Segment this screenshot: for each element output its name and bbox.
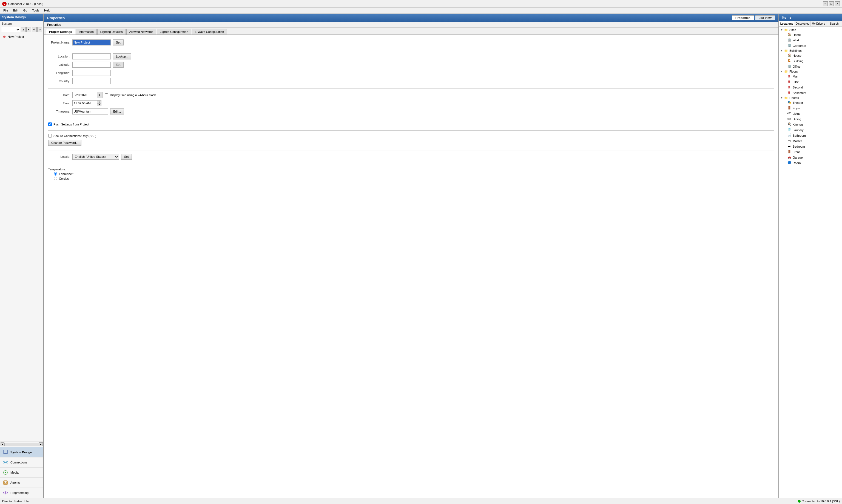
tree-room-front[interactable]: 🚪 Front bbox=[780, 149, 841, 155]
tab-project-settings[interactable]: Project Settings bbox=[46, 29, 75, 35]
latitude-set-button[interactable]: Set bbox=[113, 61, 124, 68]
tree-floor-second[interactable]: ▦ Second bbox=[780, 85, 841, 90]
tree-rooms-group[interactable]: ▼ 📁 Rooms bbox=[780, 95, 841, 100]
left-panel: System Design System ▲ ▼ ↺ ▽ ⊕ New Proje… bbox=[0, 14, 44, 498]
scroll-right-button[interactable]: ► bbox=[39, 443, 43, 446]
location-input[interactable] bbox=[72, 53, 111, 59]
tab-lighting-defaults[interactable]: Lighting Defaults bbox=[97, 29, 126, 35]
secure-connections-checkbox[interactable] bbox=[48, 134, 52, 138]
menu-help[interactable]: Help bbox=[42, 8, 53, 13]
close-button[interactable]: ✕ bbox=[835, 1, 840, 6]
project-name-section: Project Name: Set bbox=[48, 39, 774, 46]
tree-floors-group[interactable]: ▼ 📁 Floors bbox=[780, 69, 841, 74]
tab-allowed-networks[interactable]: Allowed Networks bbox=[126, 29, 156, 35]
time-input[interactable] bbox=[72, 100, 97, 106]
locale-set-button[interactable]: Set bbox=[121, 154, 132, 160]
tree-room-dining[interactable]: 🍽 Dining bbox=[780, 116, 841, 122]
project-name-input[interactable] bbox=[72, 39, 111, 46]
scroll-left-button[interactable]: ◄ bbox=[1, 443, 4, 446]
nav-system-design[interactable]: System Design bbox=[0, 447, 43, 457]
time-down-button[interactable]: ▼ bbox=[97, 103, 101, 106]
right-tab-my-drivers[interactable]: My Drivers bbox=[811, 21, 827, 26]
country-input[interactable] bbox=[72, 78, 111, 84]
tree-room-master[interactable]: 🛏 Master bbox=[780, 138, 841, 144]
tab-zigbee-config[interactable]: ZigBee Configuration bbox=[157, 29, 191, 35]
tree-room-bathroom[interactable]: 🛁 Bathroom bbox=[780, 133, 841, 138]
nav-agents[interactable]: Agents bbox=[0, 478, 43, 488]
tree-building-office[interactable]: 🏢 Office bbox=[780, 64, 841, 69]
tree-floor-main[interactable]: ▦ Main bbox=[780, 74, 841, 79]
menu-go[interactable]: Go bbox=[21, 8, 30, 13]
tree-room-theater[interactable]: 🎭 Theater bbox=[780, 100, 841, 106]
right-tab-locations[interactable]: Locations bbox=[779, 21, 795, 26]
tree-floor-first[interactable]: ▦ First bbox=[780, 79, 841, 85]
nav-programming[interactable]: Programming bbox=[0, 488, 43, 498]
building-icon: 🏗 bbox=[787, 59, 792, 63]
minimize-button[interactable]: − bbox=[823, 1, 828, 6]
tab-zwave-config[interactable]: Z-Wave Configuration bbox=[192, 29, 227, 35]
corporate-label: Corporate bbox=[793, 44, 806, 48]
push-settings-section: Push Settings from Project bbox=[48, 123, 774, 126]
timezone-edit-button[interactable]: Edit... bbox=[110, 108, 124, 114]
locale-select[interactable]: English (United States) English (United … bbox=[72, 154, 119, 160]
tree-room-garage[interactable]: 🚗 Garage bbox=[780, 155, 841, 160]
time-up-button[interactable]: ▲ bbox=[97, 100, 101, 103]
tree-floor-basement[interactable]: ▦ Basement bbox=[780, 90, 841, 95]
laundry-expand-icon bbox=[783, 128, 787, 132]
tree-room-kitchen[interactable]: 🍳 Kitchen bbox=[780, 122, 841, 127]
second-floor-icon: ▦ bbox=[787, 85, 792, 90]
display-24hr-checkbox[interactable] bbox=[105, 93, 108, 97]
horizontal-scrollbar[interactable] bbox=[4, 443, 39, 446]
work-icon: 🏢 bbox=[787, 38, 792, 42]
tree-room-room[interactable]: 🔵 Room bbox=[780, 160, 841, 166]
ssl-section: Secure Connections Only (SSL) Change Pas… bbox=[48, 134, 774, 146]
down-button[interactable]: ▼ bbox=[26, 27, 31, 32]
tree-sites-group[interactable]: ▼ 📁 Sites bbox=[780, 28, 841, 32]
tree-room-living[interactable]: 🛋 Living bbox=[780, 111, 841, 116]
filter-button[interactable]: ▽ bbox=[37, 27, 42, 32]
menu-bar: File Edit Go Tools Help bbox=[0, 8, 842, 14]
celsius-radio[interactable] bbox=[54, 177, 57, 180]
change-password-button[interactable]: Change Password... bbox=[48, 140, 82, 146]
tree-site-corporate[interactable]: 🏢 Corporate bbox=[780, 43, 841, 49]
tree-room-bedroom[interactable]: 🛏 Bedroom bbox=[780, 144, 841, 149]
tree-building-house[interactable]: 🏠 House bbox=[780, 53, 841, 58]
nav-connections[interactable]: Connections bbox=[0, 457, 43, 468]
latitude-input[interactable] bbox=[72, 61, 111, 68]
tree-building-building[interactable]: 🏗 Building bbox=[780, 58, 841, 64]
up-button[interactable]: ▲ bbox=[21, 27, 26, 32]
room-icon: 🔵 bbox=[787, 161, 792, 165]
push-settings-checkbox[interactable] bbox=[48, 123, 52, 126]
living-label: Living bbox=[793, 112, 801, 115]
maximize-button[interactable]: □ bbox=[829, 1, 834, 6]
menu-file[interactable]: File bbox=[1, 8, 11, 13]
menu-tools[interactable]: Tools bbox=[30, 8, 41, 13]
date-input[interactable] bbox=[72, 92, 97, 98]
tree-site-home[interactable]: 🏠 Home bbox=[780, 32, 841, 37]
right-tab-search[interactable]: Search bbox=[826, 21, 842, 26]
longitude-input[interactable] bbox=[72, 70, 111, 76]
tree-buildings-group[interactable]: ▼ 📁 Buildings bbox=[780, 49, 841, 53]
system-dropdown[interactable] bbox=[1, 27, 20, 32]
lookup-button[interactable]: Lookup... bbox=[113, 53, 131, 59]
floors-folder-icon: 📁 bbox=[784, 70, 789, 73]
tab-information[interactable]: Information bbox=[76, 29, 97, 35]
time-row: Time: ▲ ▼ bbox=[48, 100, 774, 106]
header-tab-list-view[interactable]: List View bbox=[755, 15, 775, 20]
corporate-icon: 🏢 bbox=[787, 43, 792, 48]
refresh-button[interactable]: ↺ bbox=[32, 27, 37, 32]
fahrenheit-radio[interactable] bbox=[54, 172, 57, 176]
date-picker-button[interactable]: ▼ bbox=[97, 92, 103, 98]
timezone-input[interactable] bbox=[72, 108, 108, 114]
tree-site-work[interactable]: 🏢 Work bbox=[780, 37, 841, 43]
right-tab-discovered[interactable]: Discovered bbox=[795, 21, 811, 26]
garage-label: Garage bbox=[793, 156, 803, 159]
header-tab-properties[interactable]: Properties bbox=[732, 15, 754, 20]
nav-media[interactable]: Media bbox=[0, 468, 43, 478]
front-expand-icon bbox=[783, 150, 787, 154]
tree-room-foyer[interactable]: 🚪 Foyer bbox=[780, 106, 841, 111]
menu-edit[interactable]: Edit bbox=[11, 8, 20, 13]
tree-room-laundry[interactable]: 👕 Laundry bbox=[780, 127, 841, 133]
project-name-set-button[interactable]: Set bbox=[113, 39, 124, 46]
tree-new-project[interactable]: ⊕ New Project bbox=[1, 34, 42, 39]
